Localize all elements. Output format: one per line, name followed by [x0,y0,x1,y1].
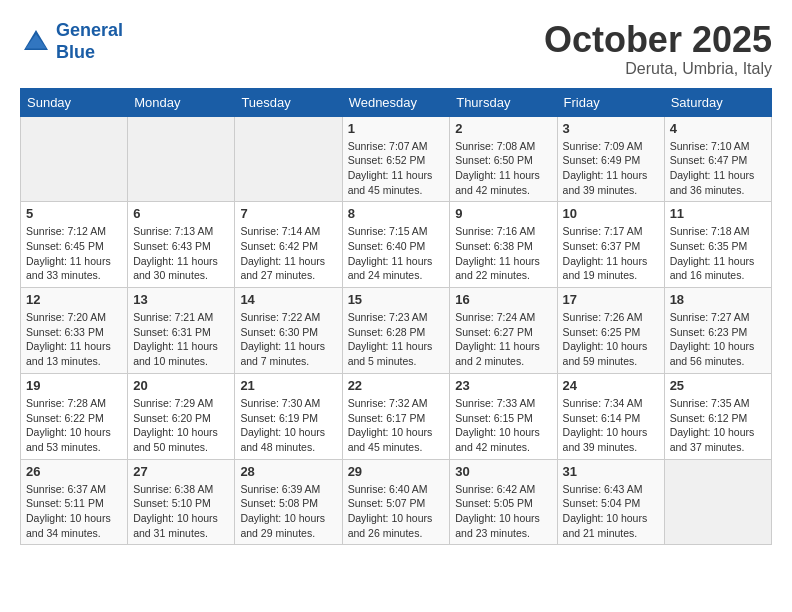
day-number: 3 [563,121,659,136]
day-info: Sunrise: 7:30 AM Sunset: 6:19 PM Dayligh… [240,396,336,455]
day-info: Sunrise: 7:16 AM Sunset: 6:38 PM Dayligh… [455,224,551,283]
calendar-cell: 19Sunrise: 7:28 AM Sunset: 6:22 PM Dayli… [21,373,128,459]
calendar-cell: 5Sunrise: 7:12 AM Sunset: 6:45 PM Daylig… [21,202,128,288]
calendar-cell: 6Sunrise: 7:13 AM Sunset: 6:43 PM Daylig… [128,202,235,288]
day-number: 6 [133,206,229,221]
day-number: 7 [240,206,336,221]
calendar-cell: 20Sunrise: 7:29 AM Sunset: 6:20 PM Dayli… [128,373,235,459]
day-number: 17 [563,292,659,307]
weekday-monday: Monday [128,88,235,116]
weekday-tuesday: Tuesday [235,88,342,116]
day-info: Sunrise: 7:13 AM Sunset: 6:43 PM Dayligh… [133,224,229,283]
calendar-cell: 8Sunrise: 7:15 AM Sunset: 6:40 PM Daylig… [342,202,450,288]
day-info: Sunrise: 7:33 AM Sunset: 6:15 PM Dayligh… [455,396,551,455]
day-number: 24 [563,378,659,393]
day-info: Sunrise: 7:12 AM Sunset: 6:45 PM Dayligh… [26,224,122,283]
day-number: 27 [133,464,229,479]
calendar-cell: 15Sunrise: 7:23 AM Sunset: 6:28 PM Dayli… [342,288,450,374]
day-number: 10 [563,206,659,221]
calendar-cell: 27Sunrise: 6:38 AM Sunset: 5:10 PM Dayli… [128,459,235,545]
calendar-cell: 9Sunrise: 7:16 AM Sunset: 6:38 PM Daylig… [450,202,557,288]
day-number: 25 [670,378,766,393]
calendar-cell: 31Sunrise: 6:43 AM Sunset: 5:04 PM Dayli… [557,459,664,545]
calendar-cell: 12Sunrise: 7:20 AM Sunset: 6:33 PM Dayli… [21,288,128,374]
day-info: Sunrise: 7:26 AM Sunset: 6:25 PM Dayligh… [563,310,659,369]
calendar-cell: 4Sunrise: 7:10 AM Sunset: 6:47 PM Daylig… [664,116,771,202]
day-number: 18 [670,292,766,307]
day-info: Sunrise: 7:18 AM Sunset: 6:35 PM Dayligh… [670,224,766,283]
day-info: Sunrise: 7:27 AM Sunset: 6:23 PM Dayligh… [670,310,766,369]
day-info: Sunrise: 7:28 AM Sunset: 6:22 PM Dayligh… [26,396,122,455]
day-info: Sunrise: 7:09 AM Sunset: 6:49 PM Dayligh… [563,139,659,198]
day-info: Sunrise: 7:22 AM Sunset: 6:30 PM Dayligh… [240,310,336,369]
day-info: Sunrise: 6:40 AM Sunset: 5:07 PM Dayligh… [348,482,445,541]
calendar-cell: 1Sunrise: 7:07 AM Sunset: 6:52 PM Daylig… [342,116,450,202]
location-subtitle: Deruta, Umbria, Italy [544,60,772,78]
day-number: 22 [348,378,445,393]
calendar-cell: 13Sunrise: 7:21 AM Sunset: 6:31 PM Dayli… [128,288,235,374]
weekday-header-row: SundayMondayTuesdayWednesdayThursdayFrid… [21,88,772,116]
calendar-cell: 2Sunrise: 7:08 AM Sunset: 6:50 PM Daylig… [450,116,557,202]
day-number: 4 [670,121,766,136]
day-number: 14 [240,292,336,307]
calendar-cell: 11Sunrise: 7:18 AM Sunset: 6:35 PM Dayli… [664,202,771,288]
calendar-cell [235,116,342,202]
calendar-cell: 17Sunrise: 7:26 AM Sunset: 6:25 PM Dayli… [557,288,664,374]
day-info: Sunrise: 6:42 AM Sunset: 5:05 PM Dayligh… [455,482,551,541]
day-info: Sunrise: 7:07 AM Sunset: 6:52 PM Dayligh… [348,139,445,198]
calendar-week-3: 12Sunrise: 7:20 AM Sunset: 6:33 PM Dayli… [21,288,772,374]
day-info: Sunrise: 7:17 AM Sunset: 6:37 PM Dayligh… [563,224,659,283]
day-number: 15 [348,292,445,307]
calendar-cell [664,459,771,545]
calendar-cell: 18Sunrise: 7:27 AM Sunset: 6:23 PM Dayli… [664,288,771,374]
day-info: Sunrise: 7:29 AM Sunset: 6:20 PM Dayligh… [133,396,229,455]
day-number: 12 [26,292,122,307]
calendar-cell: 3Sunrise: 7:09 AM Sunset: 6:49 PM Daylig… [557,116,664,202]
day-info: Sunrise: 7:21 AM Sunset: 6:31 PM Dayligh… [133,310,229,369]
title-block: October 2025 Deruta, Umbria, Italy [544,20,772,78]
calendar-cell: 10Sunrise: 7:17 AM Sunset: 6:37 PM Dayli… [557,202,664,288]
day-info: Sunrise: 7:14 AM Sunset: 6:42 PM Dayligh… [240,224,336,283]
calendar-cell: 21Sunrise: 7:30 AM Sunset: 6:19 PM Dayli… [235,373,342,459]
calendar-table: SundayMondayTuesdayWednesdayThursdayFrid… [20,88,772,546]
calendar-cell: 22Sunrise: 7:32 AM Sunset: 6:17 PM Dayli… [342,373,450,459]
calendar-cell: 29Sunrise: 6:40 AM Sunset: 5:07 PM Dayli… [342,459,450,545]
day-number: 5 [26,206,122,221]
day-info: Sunrise: 6:38 AM Sunset: 5:10 PM Dayligh… [133,482,229,541]
day-number: 30 [455,464,551,479]
calendar-cell: 26Sunrise: 6:37 AM Sunset: 5:11 PM Dayli… [21,459,128,545]
weekday-wednesday: Wednesday [342,88,450,116]
calendar-cell: 14Sunrise: 7:22 AM Sunset: 6:30 PM Dayli… [235,288,342,374]
calendar-week-1: 1Sunrise: 7:07 AM Sunset: 6:52 PM Daylig… [21,116,772,202]
day-number: 8 [348,206,445,221]
day-info: Sunrise: 7:10 AM Sunset: 6:47 PM Dayligh… [670,139,766,198]
day-number: 29 [348,464,445,479]
calendar-cell: 24Sunrise: 7:34 AM Sunset: 6:14 PM Dayli… [557,373,664,459]
logo: General Blue [20,20,123,63]
calendar-cell [21,116,128,202]
calendar-cell [128,116,235,202]
day-info: Sunrise: 7:24 AM Sunset: 6:27 PM Dayligh… [455,310,551,369]
day-number: 19 [26,378,122,393]
day-number: 16 [455,292,551,307]
day-number: 21 [240,378,336,393]
day-number: 31 [563,464,659,479]
day-number: 2 [455,121,551,136]
svg-marker-1 [26,34,47,48]
day-number: 26 [26,464,122,479]
calendar-body: 1Sunrise: 7:07 AM Sunset: 6:52 PM Daylig… [21,116,772,545]
calendar-header: SundayMondayTuesdayWednesdayThursdayFrid… [21,88,772,116]
calendar-week-4: 19Sunrise: 7:28 AM Sunset: 6:22 PM Dayli… [21,373,772,459]
day-number: 28 [240,464,336,479]
day-info: Sunrise: 7:23 AM Sunset: 6:28 PM Dayligh… [348,310,445,369]
day-number: 13 [133,292,229,307]
weekday-thursday: Thursday [450,88,557,116]
page-header: General Blue October 2025 Deruta, Umbria… [20,20,772,78]
day-number: 20 [133,378,229,393]
day-info: Sunrise: 6:37 AM Sunset: 5:11 PM Dayligh… [26,482,122,541]
calendar-week-2: 5Sunrise: 7:12 AM Sunset: 6:45 PM Daylig… [21,202,772,288]
day-info: Sunrise: 7:15 AM Sunset: 6:40 PM Dayligh… [348,224,445,283]
weekday-sunday: Sunday [21,88,128,116]
calendar-cell: 23Sunrise: 7:33 AM Sunset: 6:15 PM Dayli… [450,373,557,459]
day-info: Sunrise: 6:39 AM Sunset: 5:08 PM Dayligh… [240,482,336,541]
